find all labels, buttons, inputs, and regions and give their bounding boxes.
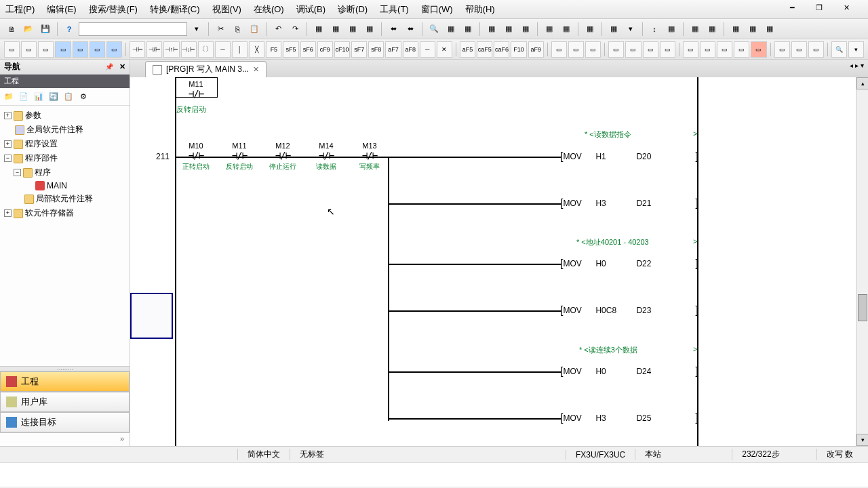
tb-btn-16[interactable]: ▾: [623, 22, 638, 37]
ld-btn-19[interactable]: cF9: [317, 41, 333, 58]
tb-btn-8[interactable]: ▦: [460, 22, 475, 37]
tb-btn-18[interactable]: ▦: [664, 22, 679, 37]
menu-online[interactable]: 在线(O): [254, 3, 284, 16]
ld-btn-8[interactable]: ⊣⊢: [130, 41, 145, 58]
ld-btn-45[interactable]: ▭: [791, 41, 807, 58]
tb-btn-14[interactable]: ▦: [583, 22, 597, 37]
ld-btn-37[interactable]: ▭: [643, 41, 658, 58]
tb-btn-3[interactable]: ▦: [345, 22, 360, 37]
ladder-editor[interactable]: M11 ⊣/⊢ 反转启动 * <读数据指令> 211 M10 ⊣/⊢ 正转启动 …: [130, 77, 868, 446]
tree-program-settings[interactable]: +程序设置: [1, 137, 128, 151]
tree-program[interactable]: −程序: [1, 165, 128, 180]
ld-btn-6[interactable]: ▭: [90, 41, 105, 58]
tb-btn-7[interactable]: ▦: [443, 22, 458, 37]
tree-program-parts[interactable]: −程序部件: [1, 151, 128, 165]
menu-window[interactable]: 窗口(W): [421, 3, 453, 16]
dropdown-icon[interactable]: ▾: [189, 22, 204, 37]
ld-btn-33[interactable]: ▭: [568, 41, 584, 58]
ld-btn-21[interactable]: sF7: [351, 41, 367, 58]
ld-btn-14[interactable]: │: [232, 41, 248, 58]
ld-btn-41[interactable]: ▭: [717, 41, 732, 58]
redo-icon[interactable]: ↷: [288, 22, 302, 37]
ld-btn-30[interactable]: F10: [511, 41, 526, 58]
ld-btn-10[interactable]: ⊣↑⊢: [163, 41, 179, 58]
ld-btn-22[interactable]: sF8: [368, 41, 384, 58]
tb-btn-9[interactable]: ▦: [484, 22, 499, 37]
device-combo[interactable]: [79, 22, 187, 36]
ld-btn-27[interactable]: aF5: [460, 41, 475, 58]
ld-btn-3[interactable]: ▭: [38, 41, 54, 58]
group-connection[interactable]: 连接目标: [0, 412, 130, 432]
tab-prev-icon[interactable]: ◂: [850, 62, 853, 69]
tb-btn-15[interactable]: ▦: [606, 22, 621, 37]
tb-btn-2[interactable]: ▦: [328, 22, 343, 37]
help-icon[interactable]: ?: [62, 22, 77, 37]
ld-btn-13[interactable]: ─: [215, 41, 231, 58]
ld-btn-20[interactable]: cF10: [334, 41, 350, 58]
tb-btn-23[interactable]: ▦: [762, 22, 777, 37]
scroll-up-icon[interactable]: ▴: [856, 77, 868, 89]
ld-btn-2[interactable]: ▭: [21, 41, 37, 58]
ld-btn-9[interactable]: ⊣/⊢: [146, 41, 162, 58]
tb-btn-22[interactable]: ▦: [745, 22, 760, 37]
ld-btn-36[interactable]: ▭: [625, 41, 641, 58]
ld-btn-18[interactable]: sF6: [300, 41, 316, 58]
ld-btn-24[interactable]: aF8: [403, 41, 418, 58]
vertical-scrollbar[interactable]: ▴ ▾: [856, 77, 868, 446]
tree-main[interactable]: MAIN: [1, 180, 128, 192]
tab-menu-icon[interactable]: ▾: [861, 62, 864, 69]
tab-close-icon[interactable]: ✕: [253, 65, 259, 74]
sidebar-splitter[interactable]: ⋯⋯⋯: [0, 366, 130, 371]
tb-btn-13[interactable]: ▦: [559, 22, 574, 37]
st-btn-2[interactable]: 📄: [18, 91, 30, 103]
menu-diagnose[interactable]: 诊断(D): [338, 3, 368, 16]
tb-btn-1[interactable]: ▦: [311, 22, 326, 37]
close-icon[interactable]: ✕: [841, 3, 852, 12]
new-icon[interactable]: 🗎: [4, 22, 19, 37]
ld-btn-40[interactable]: ▭: [700, 41, 715, 58]
tb-btn-6[interactable]: ⬌: [403, 22, 418, 37]
copy-icon[interactable]: ⎘: [230, 22, 245, 37]
ld-btn-28[interactable]: caF5: [477, 41, 492, 58]
menu-help[interactable]: 帮助(H): [465, 3, 495, 16]
ld-btn-32[interactable]: ▭: [551, 41, 567, 58]
ld-btn-16[interactable]: F5: [266, 41, 281, 58]
tb-btn-4[interactable]: ▦: [362, 22, 377, 37]
paste-icon[interactable]: 📋: [247, 22, 262, 37]
ld-btn-11[interactable]: ⊣↓⊢: [181, 41, 197, 58]
ld-btn-4[interactable]: ▭: [55, 41, 71, 58]
tab-next-icon[interactable]: ▸: [855, 62, 859, 69]
ld-btn-31[interactable]: aF9: [528, 41, 544, 58]
tb-btn-20[interactable]: ▦: [705, 22, 719, 37]
tb-btn-5[interactable]: ⬌: [386, 22, 401, 37]
ld-btn-34[interactable]: ▭: [585, 41, 601, 58]
tb-btn-19[interactable]: ▦: [688, 22, 703, 37]
menu-search[interactable]: 搜索/替换(F): [89, 3, 138, 16]
tab-main[interactable]: [PRG]R 写入 MAIN 3... ✕: [145, 61, 267, 77]
tb-btn-11[interactable]: ▦: [518, 22, 533, 37]
zoom-icon[interactable]: 🔍: [831, 41, 847, 58]
ld-btn-23[interactable]: aF7: [385, 41, 401, 58]
menu-view[interactable]: 视图(V): [212, 3, 241, 16]
minimize-icon[interactable]: ━: [787, 3, 797, 12]
ld-btn-17[interactable]: sF5: [283, 41, 298, 58]
ld-btn-43[interactable]: ▭: [751, 41, 766, 58]
tb-btn-12[interactable]: ▦: [542, 22, 557, 37]
save-icon[interactable]: 💾: [38, 22, 53, 37]
ld-btn-12[interactable]: 〔〕: [198, 41, 214, 58]
ld-btn-7[interactable]: ▭: [106, 41, 122, 58]
ld-btn-26[interactable]: ✕: [437, 41, 452, 58]
tb-btn-17[interactable]: ↕: [647, 22, 662, 37]
maximize-icon[interactable]: ❐: [814, 3, 825, 12]
ld-btn-39[interactable]: ▭: [683, 41, 698, 58]
menu-convert[interactable]: 转换/翻译(C): [150, 3, 200, 16]
ld-btn-44[interactable]: ▭: [774, 41, 790, 58]
menu-debug[interactable]: 调试(B): [296, 3, 326, 16]
undo-icon[interactable]: ↶: [271, 22, 285, 37]
tb-btn-10[interactable]: ▦: [501, 22, 516, 37]
tree-params[interactable]: +参数: [1, 108, 128, 123]
ld-btn-42[interactable]: ▭: [734, 41, 749, 58]
st-btn-5[interactable]: 📋: [62, 91, 75, 103]
ld-btn-5[interactable]: ▭: [73, 41, 88, 58]
ld-btn-1[interactable]: ▭: [4, 41, 20, 58]
